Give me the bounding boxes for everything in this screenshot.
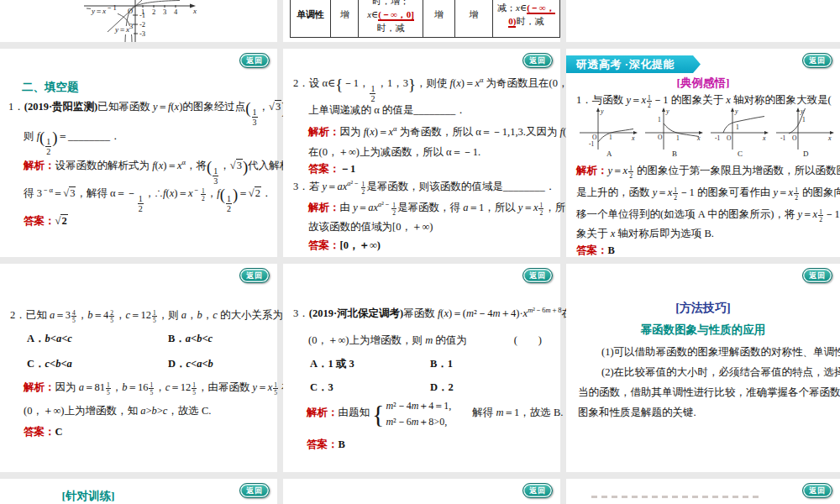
slide-training-partial: 返回 [针对训练] [0,479,277,504]
back-button[interactable]: 返回 [239,53,270,68]
back-button[interactable]: 返回 [802,268,832,283]
svg-text:1: 1 [802,116,806,123]
svg-text:1: 1 [658,116,661,123]
option-c: C．3 [310,380,333,396]
svg-text:-1: -1 [715,134,720,142]
analysis-line-1: 解析：由 y＝axa²－12是幂函数，得 a＝1，所以 y＝x12，所以 y≥0… [308,200,605,216]
question-2-line-2: 上单调递减的 α 的值是________． [308,102,466,118]
method-subtitle: 幂函数图象与性质的应用 [566,323,840,338]
svg-text:4: 4 [174,8,178,16]
svg-text:2: 2 [152,8,155,16]
answer-line: 答案：B [576,243,615,259]
slide-power-function-graphs-partial: x O 1 2 3 4 -1 -2 -3 y＝x－1 y＝x3 [0,0,277,42]
table-cell-piecewise-2: 减；x∈(－∞，0)时，减 [492,0,559,37]
back-button[interactable]: 返回 [802,483,832,498]
svg-text:A: A [606,150,612,158]
option-graph-b: y x 1 O 1 B [642,106,704,158]
slide-fill-in-blank-q2-q3: 返回 2．设 α∈{－1，12，1，3}，则使 f(x)＝xα 为奇函数且在(0… [283,49,560,257]
slide-choice-q3-power-function: 返回 3．(2019·河北保定调考)幂函数 f(x)＝(m²－4m＋4)·xm²… [283,264,560,472]
svg-text:1: 1 [609,134,612,141]
option-graph-c: y x -1 O 1 C [707,106,769,158]
slide-choice-q2-compare: 返回 2．已知 a＝345，b＝425，c＝1215，则 a，b，c 的大小关系… [0,264,277,472]
svg-text:3: 3 [163,8,166,16]
analysis-line: 解析：由题知{m²－4m＋4＝1,m²－6m＋8>0, 解得 m＝1，故选 B. [307,398,563,429]
section-heading: 二、填空题 [22,79,79,96]
svg-text:1: 1 [676,134,680,142]
question-2-line-1: 2．设 α∈{－1，12，1，3}，则使 f(x)＝xα 为奇函数且在(0，＋∞… [293,76,590,103]
option-b: B．a<b<c [168,331,213,347]
option-a: A．1 或 3 [310,356,354,372]
svg-text:-1: -1 [139,11,145,19]
tip-2-line-1: (2)在比较幂值的大小时，必须结合幂值的特点，选择适 [601,365,840,381]
back-button[interactable]: 返回 [522,53,553,68]
table-row: 单调性 增 时，增；x∈(－∞，0]时，减 增 增 减；x∈(－∞，0)时，减 [291,0,560,37]
analysis-line-2: 是上升的，函数 y＝x12－1 的图象可看作由 y＝x12 的图象向下平 [576,185,840,201]
option-a: A．b<a<c [27,331,72,347]
analysis-line-2: 在(0，＋∞)上为减函数，所以 α＝－1. [308,144,480,160]
tip-2-line-2: 当的函数，借助其单调性进行比较，准确掌握各个幂函数的 [578,385,840,401]
svg-text:y: y [665,108,669,115]
table-cell-piecewise-1: 时，增；x∈(－∞，0]时，减 [359,0,423,37]
svg-text:O: O [658,134,663,141]
answer-line: 答案：B [307,437,345,453]
analysis-line-3: 移一个单位得到的(如选项 A 中的图象所示)，将 y＝x12－1 的图 [576,207,840,223]
question-2: 2．已知 a＝345，b＝425，c＝1215，则 a，b，c 的大小关系为( … [10,307,311,323]
curve-label-y-equals-x-inverse: y＝x－1 [91,8,118,16]
question-3-line-1: 3．(2019·河北保定调考)幂函数 f(x)＝(m²－4m＋4)·xm²－6m… [293,306,572,322]
back-button[interactable]: 返回 [522,268,553,283]
option-graphs: y x O -1 1 A y x 1 O 1 B [576,106,835,158]
svg-text:-1: -1 [780,134,785,142]
question-1-line-2: 则 f(12)＝________． [24,129,121,156]
svg-text:y: y [600,108,604,115]
back-button[interactable]: 返回 [239,268,270,283]
section-banner: 研透高考 ·深化提能 [566,55,701,73]
analysis-line-2: 得 3－α＝√3，解得 α＝－12，∴f(x)＝x－12，f(12)＝√2． [24,186,271,213]
analysis-line-4: 象关于 x 轴对称后即为选项 B. [576,226,714,242]
svg-text:B: B [672,150,677,158]
slide-fill-in-blank-q1: 返回 二、填空题 1．(2019·贵阳监测)已知幂函数 y＝f(x)的图象经过点… [0,49,277,257]
svg-text:x: x [631,134,635,142]
analysis-line-1: 解析：因为 f(x)＝xα 为奇函数，所以 α＝－1,1,3.又因为 f(x) [308,124,575,140]
back-button[interactable]: 返回 [802,53,832,68]
svg-text:1: 1 [736,123,739,131]
question-3-line-1: 3．若 y＝axa²－12是幂函数，则该函数的值域是________． [293,179,555,195]
analysis-line-1: 解析：设幂函数的解析式为 f(x)＝xα，将(13，√3)代入解析式 [24,158,301,186]
monotonicity-table: 单调性 增 时，增；x∈(－∞，0]时，减 增 增 减；x∈(－∞，0)时，减 [290,0,560,38]
table-header-monotonicity: 单调性 [291,0,331,37]
svg-text:D: D [803,150,809,158]
back-button[interactable]: 返回 [522,483,553,498]
analysis-line-2: (0，＋∞)上为增函数，知 a>b>c，故选 C. [24,403,211,419]
table-cell-increasing: 增 [423,0,454,37]
svg-text:x: x [827,134,832,142]
option-d: D．c<a<b [168,356,213,372]
question-3-line-2: (0，＋∞)上为增函数，则 m 的值为 [308,333,467,349]
svg-text:-1: -1 [589,140,594,148]
table-cell-increasing: 增 [454,0,492,37]
option-d: D．2 [430,380,454,396]
svg-text:C: C [738,150,743,158]
training-tag: [针对训练] [0,489,227,504]
clipped-text-remnant [591,496,759,498]
svg-text:-3: -3 [139,29,145,38]
answer-line: 答案：[0，＋∞) [308,238,381,254]
method-tag: [方法技巧] [566,301,840,316]
answer-line: 答案：√2 [24,213,68,229]
analysis-line-1: 解析：y＝x12 的图象位于第一象限且为增函数，所以函数图象 [576,163,840,179]
slide-blank-partial [566,0,840,42]
curve-label-y-equals-x-cubed: y＝x3 [114,26,134,34]
slide-gaokao-example: 返回 研透高考 ·深化提能 [典例感悟] 1．与函数 y＝x12－1 的图象关于… [566,49,840,257]
slide-next-example-partial: 返回 [566,479,840,504]
svg-text:x: x [696,134,701,142]
choice-parentheses: ( ) [514,333,542,349]
table-cell-increasing: 增 [331,0,359,37]
slide-blank-partial: 返回 [283,479,560,504]
back-button[interactable]: 返回 [239,483,270,498]
option-graph-d: y x -1 O 1 D [773,106,835,158]
svg-text:O: O [727,134,732,142]
option-graph-a: y x O -1 1 A [576,106,638,158]
svg-text:x: x [192,7,197,15]
svg-text:y: y [734,108,738,115]
tip-2-line-3: 图象和性质是解题的关键. [578,405,696,421]
power-function-graph: x O 1 2 3 4 -1 -2 -3 [0,0,277,42]
answer-line: 答案：－1 [308,161,355,177]
